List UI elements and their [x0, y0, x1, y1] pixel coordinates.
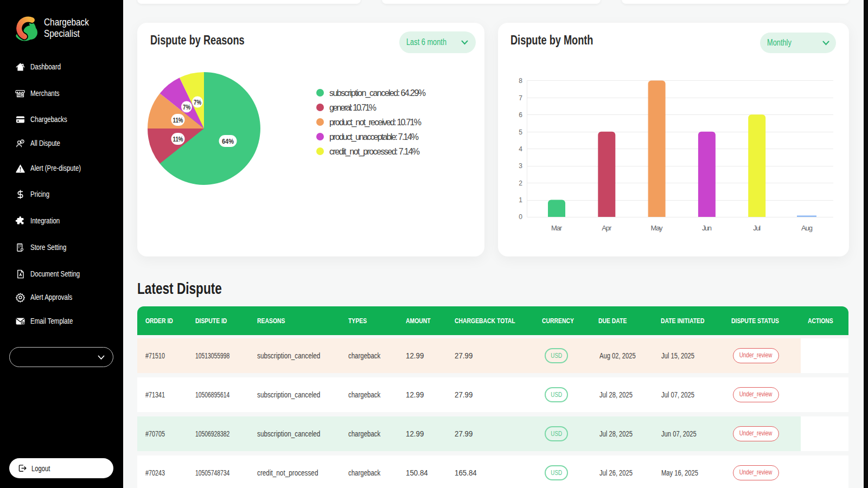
svg-text:Jun: Jun — [702, 224, 712, 232]
svg-text:4: 4 — [519, 145, 522, 153]
svg-text:6: 6 — [519, 111, 522, 119]
svg-text:subscription_canceled: 64.29%: subscription_canceled: 64.29% — [329, 88, 426, 98]
svg-text:1: 1 — [519, 196, 522, 204]
svg-text:Apr: Apr — [602, 224, 612, 232]
svg-text:general: 10.71%: general: 10.71% — [329, 103, 376, 112]
svg-text:Mar: Mar — [551, 224, 563, 232]
svg-text:64%: 64% — [222, 137, 234, 145]
svg-text:0: 0 — [519, 213, 522, 221]
svg-text:2: 2 — [519, 179, 522, 187]
svg-text:Aug: Aug — [801, 224, 813, 232]
svg-text:8: 8 — [519, 77, 522, 85]
svg-text:product_not_received: 10.71%: product_not_received: 10.71% — [329, 118, 422, 127]
svg-text:11%: 11% — [173, 116, 183, 124]
svg-text:11%: 11% — [173, 135, 183, 143]
svg-text:7%: 7% — [194, 98, 201, 106]
svg-text:credit_not_processed: 7.14%: credit_not_processed: 7.14% — [329, 147, 420, 157]
svg-text:7%: 7% — [183, 103, 190, 111]
svg-text:product_unacceptable: 7.14%: product_unacceptable: 7.14% — [329, 132, 419, 142]
svg-text:3: 3 — [519, 162, 522, 170]
svg-text:5: 5 — [519, 129, 522, 136]
svg-text:Jul: Jul — [753, 224, 761, 232]
svg-text:May: May — [651, 224, 663, 232]
svg-text:7: 7 — [519, 94, 522, 102]
